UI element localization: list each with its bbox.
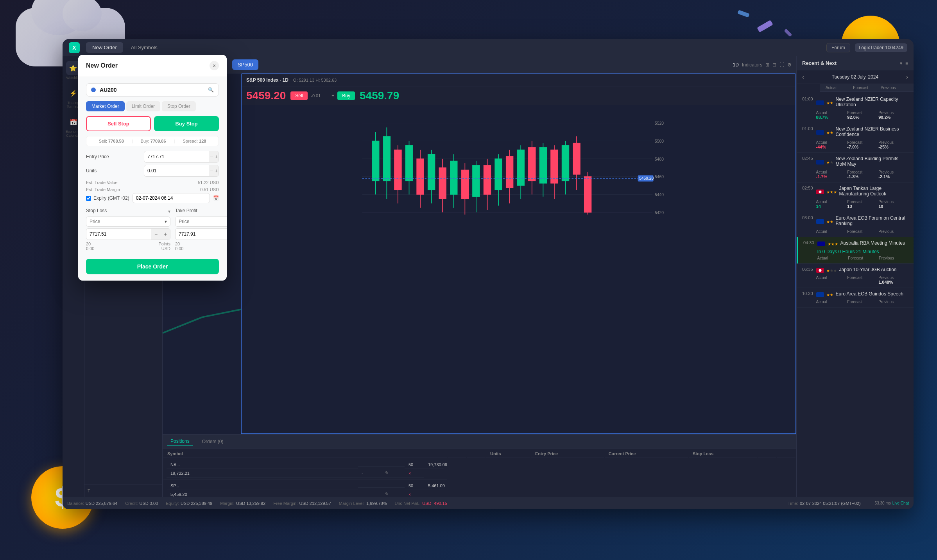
layout-icon-1[interactable]: ⊞ [765,62,769,68]
stop-loss-price-input[interactable]: − + [86,228,170,240]
stat-previous: Previous [879,256,908,260]
forecast-label: Forecast [848,256,877,260]
sp500-sell-button[interactable]: Sell [290,91,308,100]
layout-icon-2[interactable]: ⊟ [772,62,776,68]
position-row-sp[interactable]: SP... 50 5,461.09 5,459.20 - ✎ × [163,480,447,497]
credit-value: USD 0.00 [140,501,158,506]
sell-stop-button[interactable]: Sell Stop [86,116,151,131]
entry-price-decrement[interactable]: − [209,151,214,162]
margin-level-item: Margin Level: 1,699.78% [339,501,387,506]
symbol-color-indicator [91,88,96,92]
event-rba-meeting: 04:30 ★★★ Australia RBA Meeting Minutes … [797,237,914,264]
tab-market-order[interactable]: Market Order [86,101,125,111]
expiry-checkbox[interactable] [86,196,91,201]
tab-stop-order[interactable]: Stop Order [162,101,196,111]
forecast-label: Forecast [847,111,877,115]
margin-level-label: Margin Level: [339,501,365,506]
entry-price-label: Entry Price [86,154,141,159]
candle-12 [495,159,502,190]
units-decrement[interactable]: − [209,165,214,176]
stop-loss-increment[interactable]: + [161,229,170,240]
units-increment[interactable]: + [214,165,219,176]
est-trade-value-row: Est. Trade Value 51.22 USD [86,179,219,186]
nav-next-icon[interactable]: › [906,73,908,81]
stop-loss-type-dropdown[interactable]: Price ▾ [86,216,170,227]
units-field[interactable] [144,166,209,176]
minus-icon[interactable]: — [324,93,328,98]
take-profit-type-dropdown[interactable]: Price ▾ [175,216,227,227]
settings-icon[interactable]: ⚙ [787,62,792,68]
symbol-search-icon[interactable]: 🔍 [208,87,214,93]
tab-orders[interactable]: Orders (0) [199,437,227,446]
event-jgb-auction: 06:35 ★★★ Japan 10-Year JGB Auction [797,264,914,288]
stop-loss-price-field[interactable] [86,229,151,239]
pos-symbol: NA... [167,461,358,469]
previous-value: -2.1% [878,174,908,179]
position-row-na[interactable]: NA... 50 19,730.06 19,722.21 - ✎ × [163,459,447,480]
modal-close-button[interactable]: × [210,61,219,70]
entry-price-field[interactable] [144,152,209,162]
tab-new-order[interactable]: New Order [86,42,123,53]
stat-actual: Actual [816,276,846,284]
tab-limit-order[interactable]: Limit Order [126,101,160,111]
pos-close[interactable]: × [405,490,424,497]
forecast-label: Forecast [847,229,877,234]
buy-stop-button[interactable]: Buy Stop [154,116,219,131]
sp500-chart-overlay: S&P 500 Index · 1D O: 5291.13 H: 5302.63… [241,73,796,434]
candle-18 [562,145,569,181]
stop-loss-decrement[interactable]: − [151,229,161,240]
candle-3 [394,150,401,190]
candle-8 [450,161,457,195]
flag-au [817,242,825,246]
place-order-button[interactable]: Place Order [86,259,219,274]
sp500-buy-button[interactable]: Buy [337,91,355,100]
stat-previous: Previous [878,300,908,304]
nav-prev-icon[interactable]: ‹ [802,73,804,81]
fullscreen-icon[interactable]: ⛶ [779,62,784,68]
new-order-modal: New Order × AU200 🔍 Market Order Limit O… [78,55,227,281]
calendar-picker-icon[interactable]: 📅 [213,195,219,201]
expiry-input-field[interactable] [133,193,210,203]
entry-price-input[interactable]: − + [144,151,219,163]
equity-label: Equity: [166,501,179,506]
plus-icon[interactable]: + [331,93,334,98]
event-header: ★★ New Zealand NZIER Business Confidence [816,126,908,139]
chart-area: ETHUSD NAS100 SP500 1D Indicators ⊞ ⊟ ⛶ … [163,56,796,497]
col-close [777,450,795,458]
candle-10 [473,165,480,197]
pos-edit[interactable]: ✎ [381,469,405,478]
pos-stop: - [358,469,381,478]
live-chat-link[interactable]: Live Chat [892,501,909,505]
sp500-title: S&P 500 Index · 1D [246,77,288,83]
event-time: 02:50 [802,186,813,190]
event-stars: ★★★ [826,190,837,194]
tab-all-symbols[interactable]: All Symbols [125,42,164,53]
stat-previous: Previous -25% [878,140,908,149]
actual-label: Actual [816,140,846,145]
event-row-content: 10:30 ★★ Euro Area ECB Guindos Speech Ac… [802,291,908,304]
actual-label: Actual [816,229,846,234]
user-badge[interactable]: LogixTrader-1004249 [855,43,907,52]
stat-actual: Actual -1.7% [816,170,846,179]
stat-forecast: Forecast [847,229,877,234]
pos-close[interactable]: × [405,469,424,478]
event-stars: ★★ [826,160,833,165]
timeframe-1d[interactable]: 1D [733,62,739,68]
tab-sp500[interactable]: SP500 [232,59,258,70]
units-input[interactable]: − + [144,165,219,177]
stop-loss-expand-icon[interactable]: ▾ [168,209,170,214]
col-datetime [467,450,486,458]
pos-edit[interactable]: ✎ [381,490,405,497]
filter-icon[interactable]: ≡ [905,61,908,66]
tab-positions[interactable]: Positions [167,437,193,446]
stop-loss-points-row: 20 Points [86,242,170,246]
spread-info-row: Sell: 7708.58 | Buy: 7709.86 | Spread: 1… [86,136,219,146]
take-profit-price-input[interactable]: − + [175,228,227,240]
indicators-button[interactable]: Indicators [742,62,762,68]
previous-label: Previous [878,111,908,115]
chevron-down-icon[interactable]: ▾ [900,61,902,66]
entry-price-increment[interactable]: + [214,151,219,162]
event-row-content: 01:00 ★★ New Zealand NZIER Capacity Util… [802,97,908,120]
forum-button[interactable]: Forum [826,43,850,52]
take-profit-price-field[interactable] [176,229,227,239]
